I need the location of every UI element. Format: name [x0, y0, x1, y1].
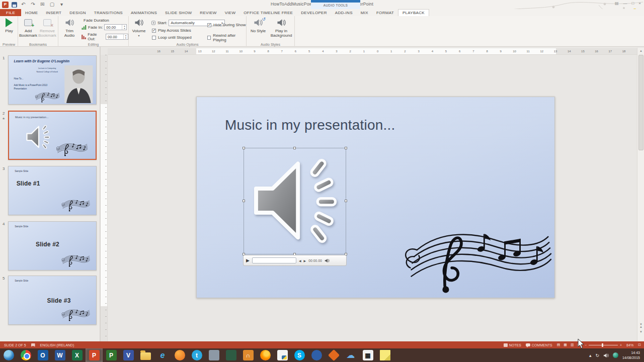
- add-bookmark-button[interactable]: Add Bookmark: [19, 18, 37, 38]
- tab-developer[interactable]: DEVELOPER: [297, 9, 331, 16]
- selected-audio-object[interactable]: [244, 148, 346, 254]
- restore-button[interactable]: □: [631, 1, 634, 6]
- zoom-slider-knob[interactable]: [602, 343, 603, 347]
- fit-slide-to-window-button[interactable]: ⊡: [638, 343, 641, 347]
- scroll-up-button[interactable]: ▲: [637, 48, 644, 54]
- tab-animations[interactable]: ANIMATIONS: [127, 9, 161, 16]
- tab-view[interactable]: VIEW: [221, 9, 240, 16]
- thumbnail-slide-5[interactable]: 5 Sample Slide Slide #3: [8, 276, 97, 325]
- music-notes-clipart[interactable]: [397, 221, 554, 296]
- hide-during-show-checkbox[interactable]: Hide During Show: [207, 23, 246, 27]
- horizontal-ruler[interactable]: 1615141312111098765432101234567891011121…: [108, 48, 638, 55]
- tab-insert[interactable]: INSERT: [42, 9, 65, 16]
- reading-view-button[interactable]: ▥: [571, 343, 574, 347]
- next-slide-button[interactable]: ▼: [637, 329, 644, 334]
- powerpoint-icon[interactable]: P: [86, 348, 103, 362]
- show-hidden-icons-button[interactable]: ▴: [589, 353, 592, 358]
- sync-icon[interactable]: ↻: [595, 353, 599, 358]
- headphones-app-icon[interactable]: ∩: [239, 348, 257, 362]
- slide-sorter-view-button[interactable]: ▦: [564, 343, 567, 347]
- loop-until-stopped-checkbox[interactable]: Loop until Stopped: [152, 35, 192, 40]
- notes-toggle[interactable]: NOTES: [504, 343, 521, 347]
- thumbnail-slide-2[interactable]: 2 ★ Music in my presentation...: [8, 111, 97, 160]
- onedrive-icon[interactable]: ☁: [342, 348, 359, 362]
- minimize-button[interactable]: —: [623, 1, 627, 6]
- player-seek-forward-button[interactable]: ▶: [304, 259, 306, 262]
- player-progress-bar[interactable]: [252, 257, 296, 263]
- comments-toggle[interactable]: COMMENTS: [526, 343, 552, 347]
- tab-mix[interactable]: MIX: [357, 9, 372, 16]
- orange-app-icon[interactable]: [171, 348, 188, 362]
- fade-in-spinner-arrows[interactable]: ▲▼: [122, 25, 126, 30]
- tab-add-ins[interactable]: ADD-INS: [331, 9, 357, 16]
- word-icon[interactable]: W: [51, 348, 68, 362]
- zoom-percent[interactable]: 84%: [626, 343, 633, 347]
- file-explorer-icon[interactable]: [137, 348, 154, 362]
- fade-in-spinner[interactable]: 00.00 ▲▼: [104, 24, 127, 30]
- tab-office-timeline-free[interactable]: OFFICE TIMELINE FREE: [239, 9, 297, 16]
- audio-speaker-image[interactable]: [248, 150, 342, 251]
- animation-indicator-icon[interactable]: ★: [2, 117, 5, 121]
- zoom-in-button[interactable]: +: [620, 343, 622, 347]
- player-volume-button[interactable]: [325, 258, 330, 263]
- tab-format[interactable]: FORMAT: [372, 9, 398, 16]
- tab-home[interactable]: HOME: [21, 9, 42, 16]
- sticky-notes-icon[interactable]: [376, 348, 393, 362]
- excel-icon[interactable]: X: [68, 348, 86, 362]
- thumbnail-slide-4[interactable]: 4 Sample Slide Slide #2: [8, 221, 97, 270]
- slide-indicator[interactable]: SLIDE 2 OF 5: [4, 343, 26, 347]
- python-file-icon[interactable]: [274, 348, 291, 362]
- qr-app-icon[interactable]: ▦: [359, 348, 376, 362]
- tab-slide-show[interactable]: SLIDE SHOW: [161, 9, 196, 16]
- slide-canvas[interactable]: Music in my presentation... ▶ ◀ ▶ 00:00.…: [196, 97, 555, 298]
- player-play-button[interactable]: ▶: [246, 258, 250, 263]
- resize-handle[interactable]: [243, 147, 245, 149]
- resize-handle[interactable]: [345, 200, 347, 202]
- thumbnail-slide-1[interactable]: 1 Learn with Dr Eugene O'Loughlin Lectur…: [8, 55, 97, 105]
- play-across-slides-checkbox[interactable]: Play Across Slides: [152, 28, 191, 33]
- resize-handle[interactable]: [345, 147, 347, 149]
- language-indicator[interactable]: ENGLISH (IRELAND): [40, 343, 74, 347]
- blue-app-icon[interactable]: [308, 348, 325, 362]
- remove-bookmark-button[interactable]: Remove Bookmark: [38, 18, 56, 38]
- slide-title[interactable]: Music in my presentation...: [225, 117, 395, 133]
- spellcheck-icon[interactable]: [31, 343, 35, 347]
- gray-app-icon[interactable]: [205, 348, 222, 362]
- volume-tray-icon[interactable]: [603, 353, 609, 358]
- play-button[interactable]: Play: [0, 18, 18, 33]
- trim-audio-button[interactable]: Trim Audio: [60, 18, 78, 38]
- play-in-background-button[interactable]: Play in Background: [270, 18, 293, 38]
- resize-handle[interactable]: [243, 200, 245, 202]
- resize-handle[interactable]: [293, 147, 296, 149]
- no-style-button[interactable]: ↺ No Style: [250, 18, 267, 33]
- project-icon[interactable]: P: [103, 348, 120, 362]
- scrollbar-thumb[interactable]: [638, 55, 643, 150]
- firefox-icon[interactable]: [257, 348, 274, 362]
- start-button[interactable]: [0, 348, 17, 362]
- internet-explorer-icon[interactable]: e: [154, 348, 171, 362]
- zoom-out-button[interactable]: −: [585, 343, 587, 347]
- close-button[interactable]: ×: [638, 1, 641, 6]
- outlook-icon[interactable]: O: [34, 348, 51, 362]
- tab-file[interactable]: FILE: [0, 9, 21, 16]
- tab-review[interactable]: REVIEW: [196, 9, 220, 16]
- tab-playback[interactable]: PLAYBACK: [398, 9, 429, 16]
- orange-diamond-icon[interactable]: [325, 348, 342, 362]
- vertical-ruler[interactable]: [101, 55, 108, 341]
- previous-slide-button[interactable]: ▲: [637, 324, 644, 329]
- player-seek-back-button[interactable]: ◀: [299, 259, 301, 262]
- fade-out-spinner-arrows[interactable]: ▲▼: [123, 34, 128, 39]
- chrome-icon[interactable]: [17, 348, 34, 362]
- notebook-app-icon[interactable]: [222, 348, 239, 362]
- fade-out-spinner[interactable]: 00.00 ▲▼: [106, 34, 128, 40]
- ribbon-display-options-icon[interactable]: ▤: [615, 1, 619, 6]
- network-tray-icon[interactable]: [613, 352, 618, 358]
- tab-design[interactable]: DESIGN: [65, 9, 90, 16]
- twitter-icon[interactable]: t: [188, 348, 205, 362]
- vertical-scrollbar[interactable]: ▲ ▼ ▲ ▼: [637, 48, 644, 341]
- slideshow-view-button[interactable]: ▷: [578, 343, 580, 347]
- skype-icon[interactable]: S: [291, 348, 308, 362]
- clock[interactable]: 14:43 14/08/2015: [622, 350, 640, 359]
- zoom-slider[interactable]: [589, 345, 618, 345]
- tab-transitions[interactable]: TRANSITIONS: [90, 9, 127, 16]
